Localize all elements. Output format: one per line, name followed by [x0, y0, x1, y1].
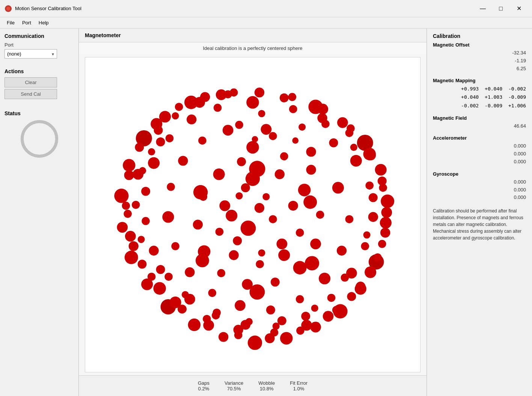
svg-point-161 [246, 318, 253, 325]
svg-point-147 [347, 124, 355, 133]
calibration-title: Calibration [433, 33, 526, 39]
svg-point-17 [188, 319, 201, 331]
magnetic-offset-v2: -1.19 [433, 57, 526, 65]
magnetic-field-section: Magnetic Field 46.64 [433, 115, 526, 130]
menu-bar: File Port Help [0, 17, 532, 29]
svg-point-81 [345, 215, 354, 223]
svg-point-154 [321, 120, 330, 128]
svg-point-170 [303, 196, 317, 209]
window-title: Motion Sensor Calibration Tool [15, 6, 474, 11]
svg-point-118 [252, 136, 258, 143]
actions-title: Actions [5, 68, 74, 74]
right-panel: Calibration Magnetic Offset -32.34 -1.19… [427, 29, 532, 396]
svg-point-71 [142, 217, 150, 225]
port-select[interactable]: (none) COM1 COM2 COM3 COM4 [5, 49, 57, 59]
svg-point-158 [341, 274, 349, 282]
svg-point-116 [219, 200, 230, 211]
svg-point-14 [280, 332, 293, 345]
gyro-v2: 0.000 [433, 186, 526, 194]
svg-point-140 [301, 320, 312, 331]
svg-point-57 [329, 138, 338, 147]
svg-point-133 [124, 210, 132, 218]
svg-point-49 [135, 143, 144, 152]
accel-v2: 0.000 [433, 150, 526, 158]
svg-point-103 [217, 269, 225, 277]
matrix-1-2: -0.009 [508, 93, 526, 101]
svg-point-8 [381, 194, 394, 208]
svg-point-83 [319, 273, 330, 284]
svg-point-79 [306, 165, 316, 175]
fit-error-label: Fit Error [290, 380, 307, 386]
svg-point-172 [250, 285, 265, 300]
svg-point-64 [301, 312, 310, 321]
svg-point-137 [203, 315, 211, 323]
svg-point-16 [219, 332, 228, 342]
matrix-0-0: +0.993 [461, 85, 479, 93]
svg-point-48 [124, 170, 134, 180]
gyro-v1: 0.000 [433, 178, 526, 186]
magnetic-offset-v3: 6.25 [433, 65, 526, 73]
menu-port[interactable]: Port [18, 19, 35, 26]
svg-point-9 [380, 228, 390, 238]
svg-point-148 [317, 104, 328, 114]
magnetic-offset-section: Magnetic Offset -32.34 -1.19 6.25 [433, 42, 526, 72]
actions-section: Actions Clear Send Cal [5, 68, 74, 101]
svg-point-105 [193, 220, 203, 229]
maximize-button[interactable]: □ [492, 3, 509, 15]
title-bar: Motion Sensor Calibration Tool — □ ✕ [0, 0, 532, 17]
close-button[interactable]: ✕ [510, 3, 527, 15]
svg-point-119 [269, 132, 277, 140]
port-select-wrapper[interactable]: (none) COM1 COM2 COM3 COM4 [5, 49, 57, 59]
svg-point-142 [356, 282, 365, 291]
svg-point-155 [350, 144, 357, 151]
svg-point-169 [249, 161, 265, 177]
wobble-value: 10.8% [258, 386, 275, 391]
svg-point-89 [171, 242, 179, 250]
svg-point-164 [156, 265, 165, 274]
svg-point-150 [255, 87, 264, 97]
svg-point-1 [6, 7, 10, 11]
gaps-value: 0.2% [198, 386, 209, 391]
matrix-1-0: +0.040 [461, 93, 479, 101]
svg-point-38 [323, 311, 334, 322]
svg-point-84 [296, 295, 304, 303]
magnetic-field-v1: 46.64 [433, 122, 526, 130]
magnetic-offset-v1: -32.34 [433, 49, 526, 57]
svg-point-55 [261, 124, 272, 135]
svg-point-135 [148, 273, 156, 281]
clear-button[interactable]: Clear [5, 77, 57, 87]
svg-point-173 [196, 254, 209, 267]
svg-point-29 [289, 105, 297, 113]
send-cal-button[interactable]: Send Cal [5, 89, 57, 99]
magnetic-offset-title: Magnetic Offset [433, 42, 526, 48]
svg-point-36 [365, 267, 376, 278]
svg-point-61 [361, 242, 369, 250]
svg-point-123 [269, 215, 277, 223]
svg-point-28 [258, 110, 265, 117]
accel-v1: 0.000 [433, 142, 526, 150]
status-section: Status [5, 110, 74, 161]
gyro-v3: 0.000 [433, 194, 526, 202]
minimize-button[interactable]: — [474, 3, 491, 15]
center-panel: Magnetometer Ideal calibration is a perf… [79, 29, 427, 396]
svg-point-96 [275, 169, 285, 179]
svg-point-111 [296, 229, 304, 237]
svg-point-122 [241, 221, 256, 236]
svg-point-58 [350, 155, 362, 167]
svg-point-113 [256, 260, 264, 268]
svg-point-2 [246, 96, 259, 109]
svg-point-107 [213, 169, 225, 180]
svg-point-85 [266, 306, 275, 315]
svg-point-156 [369, 193, 378, 202]
svg-point-97 [298, 184, 311, 196]
accelerometer-section: Accelerometer 0.000 0.000 0.000 [433, 135, 526, 166]
svg-point-94 [223, 125, 234, 136]
stat-gaps: Gaps 0.2% [198, 380, 209, 391]
menu-file[interactable]: File [3, 19, 18, 26]
menu-help[interactable]: Help [35, 19, 53, 26]
magnetometer-subtitle: Ideal calibration is a perfectly centere… [79, 42, 427, 54]
svg-point-115 [216, 228, 224, 236]
communication-section: Communication Port (none) COM1 COM2 COM3… [5, 33, 74, 59]
svg-point-5 [337, 117, 348, 128]
svg-point-174 [193, 185, 208, 199]
